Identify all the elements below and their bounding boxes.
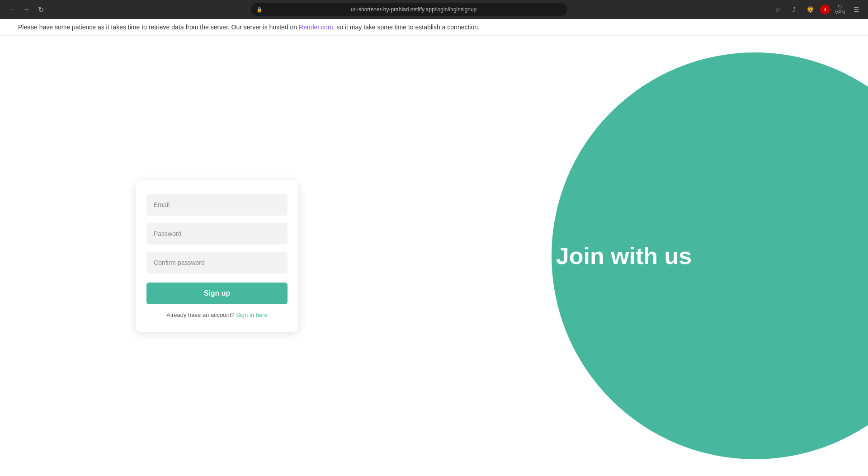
notice-text-after: , so it may take some time to establish … [333, 24, 480, 31]
signup-button[interactable]: Sign up [146, 283, 288, 304]
vpn-button[interactable]: 🛡 VPN [834, 3, 846, 16]
confirm-password-input[interactable] [146, 252, 288, 273]
browser-nav-buttons: ← → ↻ [5, 3, 47, 16]
share-button[interactable]: ⤴ [788, 3, 800, 16]
email-field-group [146, 194, 288, 216]
url-text: url-shortener-by-prahlad.netlify.app/log… [265, 6, 562, 13]
password-field-group [146, 223, 288, 245]
already-account-text: Already have an account? [166, 311, 234, 318]
page-content: Please have some patience as it takes ti… [0, 19, 868, 476]
left-panel: Sign up Already have an account? Sign in… [0, 36, 434, 476]
menu-button[interactable]: ☰ [850, 3, 863, 16]
join-heading: Join with us [556, 242, 692, 269]
main-layout: Sign up Already have an account? Sign in… [0, 36, 868, 476]
signin-prompt: Already have an account? Sign in here [146, 311, 288, 318]
notice-bar: Please have some patience as it takes ti… [0, 19, 868, 36]
signup-form-card: Sign up Already have an account? Sign in… [136, 180, 298, 332]
address-bar[interactable]: 🔒 url-shortener-by-prahlad.netlify.app/l… [251, 3, 567, 16]
confirm-password-field-group [146, 252, 288, 273]
render-link[interactable]: Render.com [299, 24, 333, 31]
bookmark-button[interactable]: ☆ [771, 3, 784, 16]
notice-text-before: Please have some patience as it takes ti… [18, 24, 299, 31]
brave-icon: 🦁 [804, 3, 816, 16]
password-input[interactable] [146, 223, 288, 245]
right-panel: Join with us [434, 36, 868, 476]
forward-button[interactable]: → [20, 3, 33, 16]
browser-chrome: ← → ↻ 🔒 url-shortener-by-prahlad.netlify… [0, 0, 868, 19]
reload-button[interactable]: ↻ [34, 3, 47, 16]
lock-icon: 🔒 [256, 7, 263, 13]
signin-link[interactable]: Sign in here [236, 311, 267, 318]
browser-actions: ☆ ⤴ 🦁 4 🛡 VPN ☰ [771, 3, 863, 16]
extension-button[interactable]: 4 [820, 5, 830, 14]
back-button[interactable]: ← [5, 3, 18, 16]
email-input[interactable] [146, 194, 288, 216]
